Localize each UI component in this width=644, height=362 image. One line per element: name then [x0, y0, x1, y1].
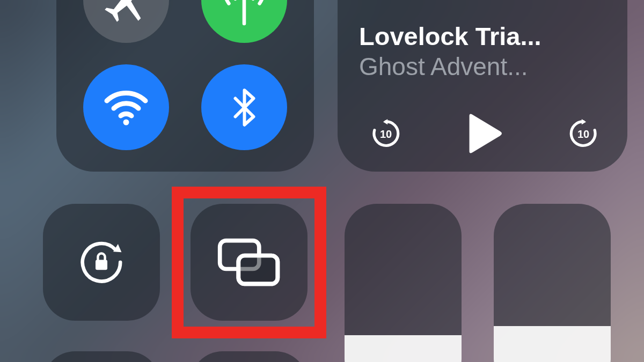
media-panel[interactable]: Lovelock Tria... Ghost Advent... 10: [338, 0, 627, 172]
bluetooth-button[interactable]: [201, 64, 287, 150]
bluetooth-icon: [222, 85, 267, 130]
wifi-icon: [99, 80, 153, 134]
airplane-icon: [101, 0, 152, 26]
airplane-mode-button[interactable]: [83, 0, 169, 43]
wifi-button[interactable]: [83, 64, 169, 150]
antenna-icon: [215, 0, 274, 29]
control-tile[interactable]: [191, 351, 308, 362]
skip-back-button[interactable]: 10: [369, 116, 403, 151]
volume-fill: [494, 326, 611, 363]
svg-rect-3: [96, 260, 107, 270]
svg-rect-5: [238, 256, 277, 284]
now-playing-subtitle: Ghost Advent...: [359, 52, 606, 81]
skip-back-seconds: 10: [380, 128, 392, 140]
skip-forward-seconds: 10: [577, 128, 589, 140]
cellular-data-button[interactable]: [201, 0, 287, 43]
svg-point-2: [123, 120, 129, 125]
now-playing-title: Lovelock Tria...: [359, 21, 606, 51]
brightness-slider[interactable]: [345, 204, 462, 362]
play-icon: [465, 112, 504, 155]
orientation-lock-icon: [72, 233, 131, 292]
volume-slider[interactable]: [494, 204, 611, 362]
screen-mirroring-icon: [216, 235, 283, 289]
skip-forward-button[interactable]: 10: [566, 116, 601, 151]
connectivity-panel[interactable]: [56, 0, 314, 172]
orientation-lock-button[interactable]: [43, 204, 160, 321]
screen-mirroring-button[interactable]: [191, 204, 308, 321]
control-tile[interactable]: [43, 351, 160, 362]
brightness-fill: [345, 335, 462, 362]
play-button[interactable]: [462, 110, 508, 156]
